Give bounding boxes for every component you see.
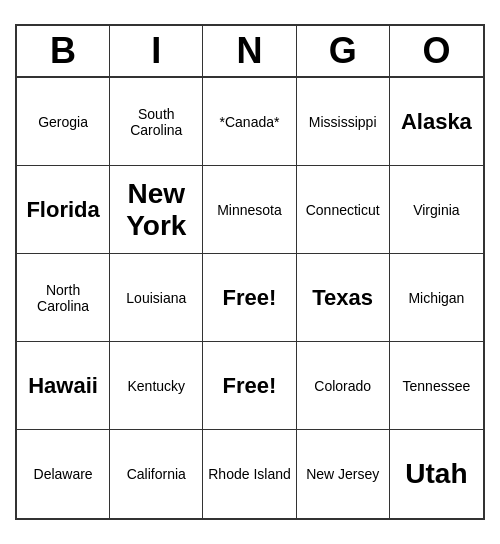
cell-r1-c1: New York	[110, 166, 203, 254]
cell-r3-c3: Colorado	[297, 342, 390, 430]
cell-r4-c1: California	[110, 430, 203, 518]
cell-r2-c3: Texas	[297, 254, 390, 342]
cell-r0-c1: South Carolina	[110, 78, 203, 166]
header-letter: B	[17, 26, 110, 76]
cell-r3-c0: Hawaii	[17, 342, 110, 430]
cell-r0-c4: Alaska	[390, 78, 483, 166]
cell-r1-c4: Virginia	[390, 166, 483, 254]
cell-r2-c1: Louisiana	[110, 254, 203, 342]
header-letter: O	[390, 26, 483, 76]
cell-r0-c2: *Canada*	[203, 78, 296, 166]
cell-r1-c3: Connecticut	[297, 166, 390, 254]
bingo-grid: GerogiaSouth Carolina*Canada*Mississippi…	[17, 78, 483, 518]
cell-r4-c4: Utah	[390, 430, 483, 518]
cell-r3-c4: Tennessee	[390, 342, 483, 430]
header-letter: N	[203, 26, 296, 76]
cell-r4-c3: New Jersey	[297, 430, 390, 518]
cell-r0-c3: Mississippi	[297, 78, 390, 166]
cell-r0-c0: Gerogia	[17, 78, 110, 166]
cell-r2-c2: Free!	[203, 254, 296, 342]
cell-r1-c2: Minnesota	[203, 166, 296, 254]
bingo-card: BINGO GerogiaSouth Carolina*Canada*Missi…	[15, 24, 485, 520]
cell-r4-c0: Delaware	[17, 430, 110, 518]
cell-r3-c1: Kentucky	[110, 342, 203, 430]
bingo-header: BINGO	[17, 26, 483, 78]
cell-r3-c2: Free!	[203, 342, 296, 430]
header-letter: I	[110, 26, 203, 76]
cell-r1-c0: Florida	[17, 166, 110, 254]
header-letter: G	[297, 26, 390, 76]
cell-r2-c4: Michigan	[390, 254, 483, 342]
cell-r4-c2: Rhode Island	[203, 430, 296, 518]
cell-r2-c0: North Carolina	[17, 254, 110, 342]
